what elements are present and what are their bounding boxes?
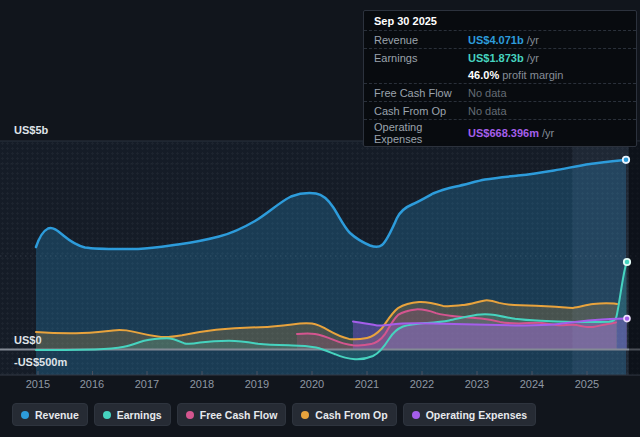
earnings-revenue-history-chart: US$5b US$0 -US$500m 2015 2016 2017 2018 … xyxy=(0,0,640,437)
x-axis-label-2020: 2020 xyxy=(290,378,334,390)
tooltip-label: Free Cash Flow xyxy=(374,87,468,99)
tooltip-suffix: /yr xyxy=(542,127,554,139)
tooltip-value: US$1.873b xyxy=(468,52,524,64)
tooltip-suffix: /yr xyxy=(527,34,539,46)
legend-item-earnings[interactable]: Earnings xyxy=(94,403,171,426)
tooltip-row-operating-expenses: Operating Expenses US$668.396m /yr xyxy=(364,120,636,146)
x-axis-label-2018: 2018 xyxy=(180,378,224,390)
free-cash-flow-color-dot-icon xyxy=(186,411,194,419)
x-axis-label-2015: 2015 xyxy=(16,378,60,390)
x-axis-label-2021: 2021 xyxy=(345,378,389,390)
tooltip-row-revenue: Revenue US$4.071b /yr xyxy=(364,31,636,49)
legend-item-revenue[interactable]: Revenue xyxy=(12,403,88,426)
data-tooltip: Sep 30 2025 Revenue US$4.071b /yr Earnin… xyxy=(363,10,637,147)
plot-area[interactable] xyxy=(0,141,640,375)
tooltip-label: Earnings xyxy=(374,52,468,64)
revenue-color-dot-icon xyxy=(21,411,29,419)
x-axis-label-2017: 2017 xyxy=(125,378,169,390)
chart-legend: Revenue Earnings Free Cash Flow Cash Fro… xyxy=(12,403,536,426)
tooltip-value: US$4.071b xyxy=(468,34,524,46)
cash-from-op-color-dot-icon xyxy=(301,411,309,419)
tooltip-value: No data xyxy=(468,87,507,99)
y-axis-label-0: US$0 xyxy=(14,334,42,346)
x-axis-label-2019: 2019 xyxy=(235,378,279,390)
tooltip-row-earnings: Earnings US$1.873b /yr xyxy=(364,49,636,66)
tooltip-date: Sep 30 2025 xyxy=(364,11,636,31)
operating-expenses-color-dot-icon xyxy=(412,411,420,419)
tooltip-label: Cash From Op xyxy=(374,105,468,117)
legend-label: Cash From Op xyxy=(315,409,387,421)
x-axis-label-2022: 2022 xyxy=(400,378,444,390)
earnings-color-dot-icon xyxy=(103,411,111,419)
y-axis-label-5b: US$5b xyxy=(14,124,48,136)
tooltip-suffix: /yr xyxy=(527,52,539,64)
x-axis-label-2023: 2023 xyxy=(455,378,499,390)
legend-item-cash-from-op[interactable]: Cash From Op xyxy=(292,403,396,426)
tooltip-suffix: profit margin xyxy=(502,69,563,81)
tooltip-row-cash-from-op: Cash From Op No data xyxy=(364,102,636,120)
tooltip-label: Revenue xyxy=(374,34,468,46)
legend-item-free-cash-flow[interactable]: Free Cash Flow xyxy=(177,403,287,426)
tooltip-value: No data xyxy=(468,105,507,117)
tooltip-value: US$668.396m xyxy=(468,127,539,139)
legend-label: Operating Expenses xyxy=(426,409,528,421)
tooltip-row-profit-margin: 46.0% profit margin xyxy=(364,66,636,84)
legend-item-operating-expenses[interactable]: Operating Expenses xyxy=(403,403,537,426)
x-axis-label-2016: 2016 xyxy=(70,378,114,390)
legend-label: Free Cash Flow xyxy=(200,409,278,421)
tooltip-row-free-cash-flow: Free Cash Flow No data xyxy=(364,84,636,102)
legend-label: Earnings xyxy=(117,409,162,421)
tooltip-label: Operating Expenses xyxy=(374,121,468,145)
tooltip-value: 46.0% xyxy=(468,69,499,81)
y-axis-label-neg500m: -US$500m xyxy=(14,356,67,368)
x-axis-label-2025: 2025 xyxy=(565,378,609,390)
legend-label: Revenue xyxy=(35,409,79,421)
x-axis-label-2024: 2024 xyxy=(510,378,554,390)
